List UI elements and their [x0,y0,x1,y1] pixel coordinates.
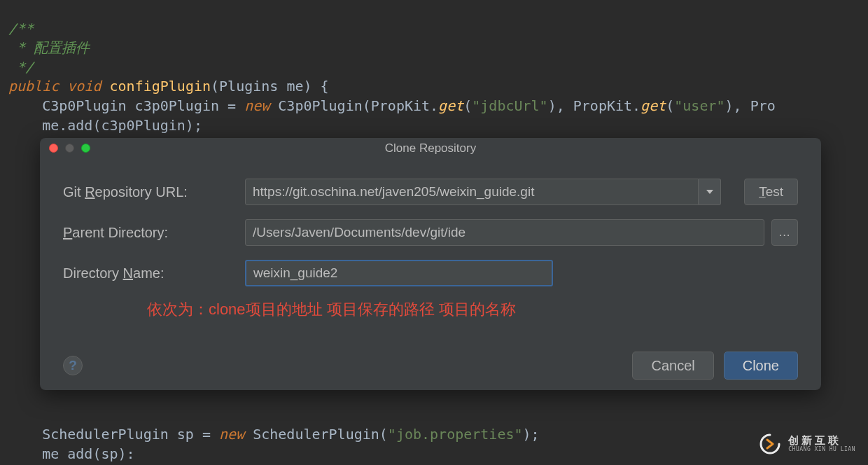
cancel-button[interactable]: Cancel [632,352,713,380]
code-text: C3p0Plugin c3p0Plugin = [8,97,244,114]
watermark: 创新互联 CHUANG XIN HU LIAN [759,433,855,455]
code-text: ), PropKit. [548,97,640,114]
code-text: ); [523,426,540,443]
dialog-titlebar: Clone Repository [40,138,821,159]
string-literal: "job.properties" [388,426,523,443]
close-icon[interactable] [49,144,58,153]
comment-line: * 配置插件 [8,39,90,56]
label-repo-url: Git Repository URL: [63,184,245,200]
comment-line: */ [8,59,34,76]
minimize-icon [65,144,74,153]
comment-line: /** [8,20,34,37]
test-button[interactable]: Test [744,179,798,205]
code-text: me add(sp): [8,445,135,462]
help-button[interactable]: ? [63,356,83,375]
clone-button[interactable]: Clone [724,352,798,380]
string-literal: "jdbcUrl" [472,97,547,114]
method-get: get [438,97,463,114]
code-text: me.add(c3p0Plugin); [8,117,202,134]
dialog-footer: ? Cancel Clone [63,352,798,380]
maximize-icon[interactable] [81,144,90,153]
keyword-void: void [67,78,101,95]
window-controls [49,144,90,153]
row-parent-dir: Parent Directory: ... [63,219,798,246]
keyword-public: public [8,78,59,95]
dialog-body: Git Repository URL: Test Parent Director… [40,159,821,320]
code-text: ( [666,97,674,114]
code-text: ( [463,97,472,114]
dir-name-input[interactable] [245,260,553,286]
code-text: (Plugins me) { [211,78,329,95]
string-literal: "user" [674,97,724,114]
chevron-down-icon [706,190,713,194]
code-text: SchedulerPlugin sp = [8,426,219,443]
label-parent-dir: Parent Directory: [63,225,245,241]
keyword-new: new [219,426,244,443]
watermark-en: CHUANG XIN HU LIAN [788,447,855,453]
code-text: ), Pro [725,97,776,114]
label-dir-name: Directory Name: [63,265,245,282]
browse-button[interactable]: ... [771,219,798,246]
dialog-title: Clone Repository [40,138,821,155]
watermark-cn: 创新互联 [788,435,855,447]
keyword-new: new [244,97,270,114]
parent-dir-input[interactable] [245,219,764,246]
code-text: SchedulerPlugin( [244,426,388,443]
row-repo-url: Git Repository URL: Test [63,179,798,205]
method-name: configPlugin [110,78,211,95]
code-text: C3p0Plugin(PropKit. [270,97,438,114]
clone-repository-dialog: Clone Repository Git Repository URL: Tes… [40,138,821,390]
watermark-logo-icon [759,433,781,455]
input-group-repo-url [245,179,721,205]
watermark-text: 创新互联 CHUANG XIN HU LIAN [788,435,855,452]
repo-url-input[interactable] [245,179,699,205]
repo-url-dropdown-button[interactable] [699,179,721,205]
annotation-text: 依次为：clone项目的地址 项目保存的路径 项目的名称 [147,299,798,320]
row-dir-name: Directory Name: [63,260,798,286]
method-get: get [640,97,666,114]
